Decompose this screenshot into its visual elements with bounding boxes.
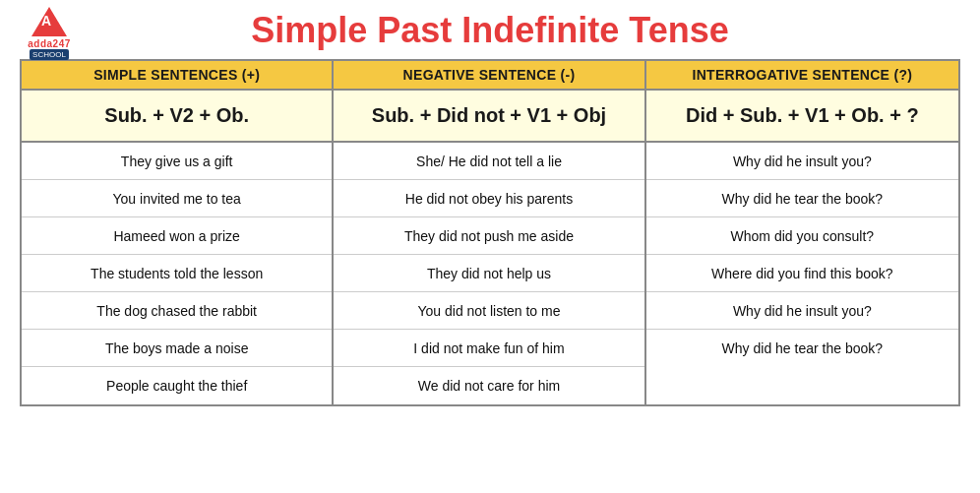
page-title: Simple Past Indefinite Tense bbox=[251, 10, 728, 51]
list-item: Why did he tear the book? bbox=[646, 180, 958, 217]
formula-row: Sub. + V2 + Ob. Sub. + Did not + V1 + Ob… bbox=[22, 91, 958, 143]
list-item: They did not help us bbox=[334, 255, 643, 292]
col-simple-sentences: They give us a giftYou invited me to tea… bbox=[22, 143, 334, 404]
list-item: Whom did you consult? bbox=[646, 217, 958, 255]
formula-interrogative: Did + Sub. + V1 + Ob. + ? bbox=[646, 91, 958, 141]
list-item: You did not listen to me bbox=[334, 292, 643, 330]
list-item: The dog chased the rabbit bbox=[22, 292, 332, 330]
list-item: Why did he insult you? bbox=[646, 292, 958, 330]
list-item: He did not obey his parents bbox=[334, 180, 643, 217]
col-header-simple: SIMPLE SENTENCES (+) bbox=[22, 61, 334, 89]
list-item: People caught the thief bbox=[22, 367, 332, 404]
list-item: The boys made a noise bbox=[22, 330, 332, 367]
list-item: Why did he insult you? bbox=[646, 143, 958, 180]
col-header-negative: NEGATIVE SENTENCE (-) bbox=[334, 61, 645, 89]
logo: adda247 SCHOOL bbox=[20, 10, 79, 57]
list-item: She/ He did not tell a lie bbox=[334, 143, 643, 180]
list-item: Where did you find this book? bbox=[646, 255, 958, 292]
list-item: They give us a gift bbox=[22, 143, 332, 180]
logo-brand: adda247 bbox=[28, 38, 71, 49]
page-header: adda247 SCHOOL Simple Past Indefinite Te… bbox=[20, 10, 960, 51]
formula-negative: Sub. + Did not + V1 + Obj bbox=[334, 91, 645, 141]
formula-simple: Sub. + V2 + Ob. bbox=[22, 91, 334, 141]
col-negative-sentences: She/ He did not tell a lieHe did not obe… bbox=[334, 143, 645, 404]
list-item: Hameed won a prize bbox=[22, 217, 332, 255]
list-item: They did not push me aside bbox=[334, 217, 643, 255]
col-header-interrogative: INTERROGATIVE SENTENCE (?) bbox=[646, 61, 958, 89]
list-item: The students told the lesson bbox=[22, 255, 332, 292]
logo-school: SCHOOL bbox=[30, 49, 69, 60]
list-item: I did not make fun of him bbox=[334, 330, 643, 367]
data-rows: They give us a giftYou invited me to tea… bbox=[22, 143, 958, 404]
col-interrogative-sentences: Why did he insult you?Why did he tear th… bbox=[646, 143, 958, 404]
column-headers: SIMPLE SENTENCES (+) NEGATIVE SENTENCE (… bbox=[22, 61, 958, 91]
main-table: SIMPLE SENTENCES (+) NEGATIVE SENTENCE (… bbox=[20, 59, 960, 406]
list-item: You invited me to tea bbox=[22, 180, 332, 217]
list-item: We did not care for him bbox=[334, 367, 643, 404]
logo-triangle-icon bbox=[31, 7, 67, 36]
list-item: Why did he tear the book? bbox=[646, 330, 958, 367]
